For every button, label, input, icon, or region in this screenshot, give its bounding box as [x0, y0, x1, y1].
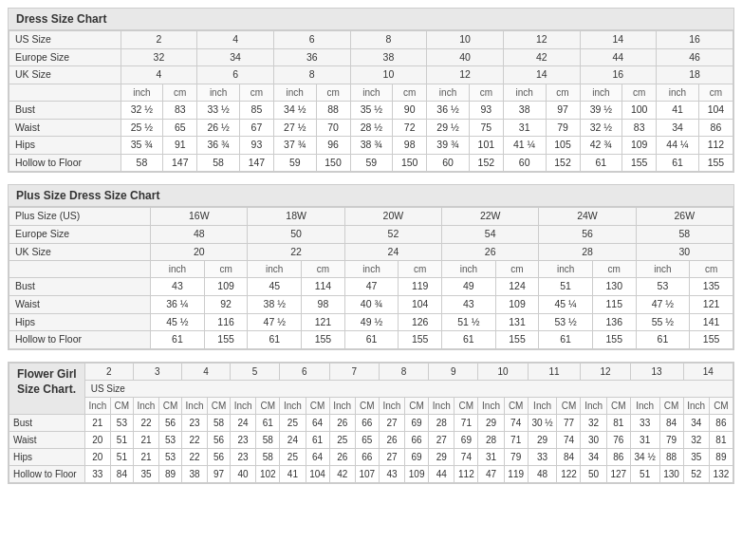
- europe-size-row: Europe Size 32 34 36 38 40 42 44 46: [9, 48, 733, 66]
- us-size-8: 8: [350, 31, 427, 49]
- waist-row: Waist 25 ½65 26 ½67 27 ½70 28 ½72 29 ½75…: [9, 119, 733, 137]
- flower-girl-header-row: Flower GirlSize Chart. 2 3 4 5 6 7 8 9 1…: [9, 363, 733, 380]
- page-wrapper: Dress Size Chart US Size 2 4 6 8 10 12 1…: [0, 0, 742, 503]
- flower-girl-table: Flower GirlSize Chart. 2 3 4 5 6 7 8 9 1…: [9, 363, 733, 483]
- plus-hips-row: Hips 45 ½116 47 ½121 49 ½126 51 ½131 53 …: [9, 313, 733, 331]
- us-size-10: 10: [427, 31, 504, 49]
- flower-hips-row: Hips 2051 2153 2256 2358 2564 2666 2769 …: [9, 448, 733, 465]
- us-size-4: 4: [197, 31, 274, 49]
- flower-unit-row: InchCM InchCM InchCM InchCM InchCM InchC…: [9, 397, 733, 414]
- flower-us-size-row: US Size: [9, 380, 733, 397]
- us-size-16: 16: [657, 31, 733, 49]
- flower-girl-chart-section: Flower GirlSize Chart. 2 3 4 5 6 7 8 9 1…: [8, 362, 734, 484]
- plus-europe-size-row: Europe Size 48 50 52 54 56 58: [9, 226, 733, 244]
- dress-size-chart-title: Dress Size Chart: [9, 9, 733, 30]
- flower-hollow-row: Hollow to Floor 3384 3589 3897 40102 411…: [9, 465, 733, 482]
- dress-size-chart-section: Dress Size Chart US Size 2 4 6 8 10 12 1…: [8, 8, 734, 173]
- dress-size-table: US Size 2 4 6 8 10 12 14 16 Europe Size …: [9, 30, 733, 172]
- us-size-6: 6: [273, 31, 350, 49]
- hips-row: Hips 35 ¾91 36 ¾93 37 ¾96 38 ¾98 39 ¾101…: [9, 137, 733, 155]
- hollow-to-floor-row: Hollow to Floor 58147 58147 59150 59150 …: [9, 154, 733, 172]
- europe-size-label: Europe Size: [9, 48, 121, 66]
- plus-size-chart-section: Plus Size Dress Size Chart Plus Size (US…: [8, 184, 734, 349]
- plus-us-size-row: Plus Size (US) 16W 18W 20W 22W 24W 26W: [9, 208, 733, 226]
- us-size-14: 14: [580, 31, 657, 49]
- bust-row: Bust 32 ½83 33 ½85 34 ½88 35 ½90 36 ½93 …: [9, 101, 733, 119]
- plus-unit-header-row: inchcm inchcm inchcm inchcm inchcm inchc…: [9, 261, 733, 278]
- plus-size-table: Plus Size (US) 16W 18W 20W 22W 24W 26W E…: [9, 207, 733, 348]
- plus-hollow-row: Hollow to Floor 61155 61155 61155 61155 …: [9, 331, 733, 349]
- us-size-row: US Size 2 4 6 8 10 12 14 16: [9, 31, 733, 49]
- uk-size-label: UK Size: [9, 66, 121, 84]
- us-size-2: 2: [121, 31, 197, 49]
- us-size-12: 12: [503, 31, 580, 49]
- plus-bust-row: Bust 43109 45114 47119 49124 51130 53135: [9, 278, 733, 296]
- flower-waist-row: Waist 2051 2153 2256 2358 2461 2565 2666…: [9, 431, 733, 448]
- us-size-label: US Size: [9, 31, 121, 49]
- plus-waist-row: Waist 36 ¼92 38 ½98 40 ¾104 43109 45 ¼11…: [9, 296, 733, 314]
- unit-header-row: inchcm inchcm inchcm inchcm inchcm inchc…: [9, 84, 733, 101]
- flower-girl-title: Flower GirlSize Chart.: [9, 363, 85, 414]
- uk-size-row: UK Size 4 6 8 10 12 14 16 18: [9, 66, 733, 84]
- plus-size-chart-title: Plus Size Dress Size Chart: [9, 185, 733, 207]
- flower-bust-row: Bust 2153 2256 2358 2461 2564 2666 2769 …: [9, 414, 733, 431]
- plus-uk-size-row: UK Size 20 22 24 26 28 30: [9, 243, 733, 261]
